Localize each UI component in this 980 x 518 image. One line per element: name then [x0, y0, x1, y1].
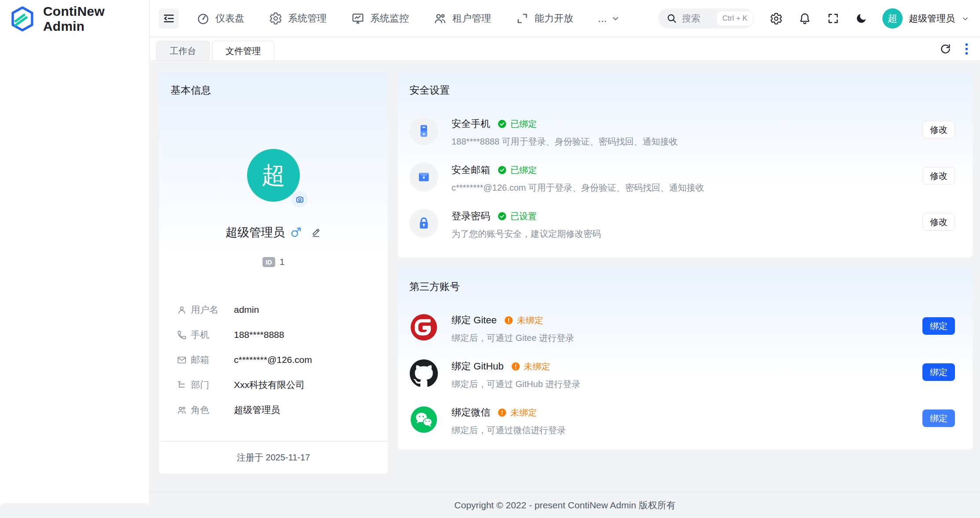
global-search[interactable]: Ctrl + K — [658, 8, 754, 29]
avatar: 超 — [882, 8, 903, 29]
nav-label: 能力开放 — [535, 12, 573, 25]
logo-row[interactable]: ContiNew Admin — [0, 0, 149, 37]
gear-icon — [269, 12, 282, 25]
nav-more-label: ... — [598, 12, 607, 25]
id-badge: ID — [262, 257, 275, 267]
nav-item-open-capability[interactable]: 能力开放 — [516, 12, 573, 25]
field-department: 部门 Xxx科技有限公司 — [177, 378, 370, 391]
nav-item-dashboard[interactable]: 仪表盘 — [197, 12, 244, 25]
status-badge: 已设置 — [497, 210, 537, 222]
sidebar: ContiNew Admin — [0, 0, 149, 518]
nav-label: 系统监控 — [370, 12, 409, 25]
status-text: 未绑定 — [510, 407, 537, 419]
role-icon — [177, 405, 191, 415]
field-value: admin — [234, 304, 259, 315]
status-text: 已绑定 — [510, 118, 537, 130]
nav-more-menu[interactable]: ... — [598, 12, 620, 25]
item-title: 登录密码 — [452, 210, 490, 223]
id-value: 1 — [280, 257, 284, 267]
bind-wechat-button[interactable]: 绑定 — [922, 409, 955, 427]
item-title: 绑定 GitHub — [452, 360, 504, 373]
wechat-icon — [409, 405, 438, 434]
nav-item-tenant-management[interactable]: 租户管理 — [434, 12, 491, 25]
nav-label: 租户管理 — [452, 12, 491, 25]
refresh-icon[interactable] — [940, 43, 951, 55]
fullscreen-icon[interactable] — [827, 12, 839, 25]
security-row-email: 安全邮箱 已绑定 c********@126.com 可用于登录、身份验证、密码… — [409, 163, 955, 194]
notifications-bell-icon[interactable] — [798, 12, 811, 25]
warning-circle-icon — [504, 315, 514, 325]
item-title: 安全手机 — [452, 117, 490, 130]
chevron-down-icon — [611, 14, 620, 23]
status-badge: 未绑定 — [511, 361, 550, 373]
item-desc: 绑定后，可通过 GitHub 进行登录 — [452, 378, 922, 390]
field-value: 188****8888 — [234, 330, 284, 340]
item-desc: c********@126.com 可用于登录、身份验证、密码找回、通知接收 — [452, 182, 922, 194]
status-text: 未绑定 — [524, 361, 550, 373]
field-role: 角色 超级管理员 — [177, 403, 370, 417]
nav-item-system-monitor[interactable]: 系统监控 — [351, 12, 409, 25]
edit-name-pencil-icon[interactable] — [310, 227, 321, 238]
chevron-down-icon — [961, 14, 969, 23]
bind-gitee-button[interactable]: 绑定 — [922, 317, 955, 335]
basic-info-card: 基本信息 超 超级管理员 — [159, 72, 388, 474]
security-title: 安全设置 — [409, 83, 955, 97]
profile-avatar: 超 — [247, 149, 300, 202]
profile-avatar-wrap: 超 — [247, 149, 300, 202]
profile-name-row: 超级管理员 — [159, 225, 388, 240]
modify-password-button[interactable]: 修改 — [922, 213, 955, 231]
field-username: 用户名 admin — [177, 303, 370, 316]
expand-icon — [516, 12, 529, 25]
nav-label: 系统管理 — [288, 12, 327, 25]
change-avatar-button[interactable] — [291, 191, 308, 207]
user-menu[interactable]: 超 超级管理员 — [882, 8, 969, 29]
field-label: 手机 — [191, 329, 234, 341]
status-text: 已设置 — [510, 210, 537, 222]
check-circle-icon — [497, 119, 507, 129]
tab-label: 工作台 — [170, 45, 196, 57]
check-circle-icon — [497, 211, 507, 221]
app-title: ContiNew Admin — [43, 4, 149, 34]
settings-gear-icon[interactable] — [770, 12, 783, 25]
tab-bar-tools — [940, 37, 980, 61]
dark-mode-moon-icon[interactable] — [855, 12, 867, 25]
third-party-row-wechat: 绑定微信 未绑定 绑定后，可通过微信进行登录 绑定 — [409, 405, 955, 436]
item-desc: 为了您的账号安全，建议定期修改密码 — [452, 228, 922, 240]
phone-icon — [177, 330, 191, 340]
more-options-kebab-icon[interactable] — [965, 43, 969, 55]
nav-item-system-management[interactable]: 系统管理 — [269, 12, 327, 25]
tab-file-management[interactable]: 文件管理 — [212, 41, 274, 61]
bind-github-button[interactable]: 绑定 — [922, 363, 955, 381]
menu-collapse-button[interactable] — [159, 8, 179, 29]
sidebar-bottom-bar[interactable] — [0, 503, 149, 518]
item-desc: 绑定后，可通过微信进行登录 — [452, 424, 922, 436]
status-text: 已绑定 — [510, 164, 537, 176]
field-value: 超级管理员 — [234, 404, 280, 416]
modify-email-button[interactable]: 修改 — [922, 167, 955, 185]
item-title: 绑定 Gitee — [452, 314, 497, 327]
item-title: 安全邮箱 — [452, 163, 490, 177]
user-icon — [177, 305, 191, 315]
lock-icon — [409, 209, 438, 238]
security-row-password: 登录密码 已设置 为了您的账号安全，建议定期修改密码 修改 — [409, 209, 955, 240]
mobile-icon — [409, 116, 438, 145]
search-input[interactable] — [682, 13, 713, 24]
camera-icon — [295, 195, 304, 204]
status-badge: 未绑定 — [497, 407, 537, 419]
check-circle-icon — [497, 165, 507, 175]
item-desc: 绑定后，可通过 Gitee 进行登录 — [452, 332, 922, 344]
status-text: 未绑定 — [517, 315, 543, 326]
mail-icon — [177, 355, 191, 365]
third-party-row-gitee: 绑定 Gitee 未绑定 绑定后，可通过 Gitee 进行登录 绑定 — [409, 313, 955, 344]
warning-circle-icon — [511, 362, 521, 371]
profile-fields: 用户名 admin 手机 188****8888 邮箱 c********@12… — [159, 303, 388, 417]
status-badge: 已绑定 — [497, 118, 537, 130]
modify-phone-button[interactable]: 修改 — [922, 121, 955, 138]
status-badge: 已绑定 — [497, 164, 537, 176]
tab-workbench[interactable]: 工作台 — [156, 41, 210, 61]
field-phone: 手机 188****8888 — [177, 328, 370, 341]
profile-id-row: ID 1 — [159, 257, 388, 267]
user-name: 超级管理员 — [909, 12, 955, 25]
registered-date: 注册于 2025-11-17 — [159, 441, 388, 474]
field-label: 邮箱 — [191, 354, 234, 366]
